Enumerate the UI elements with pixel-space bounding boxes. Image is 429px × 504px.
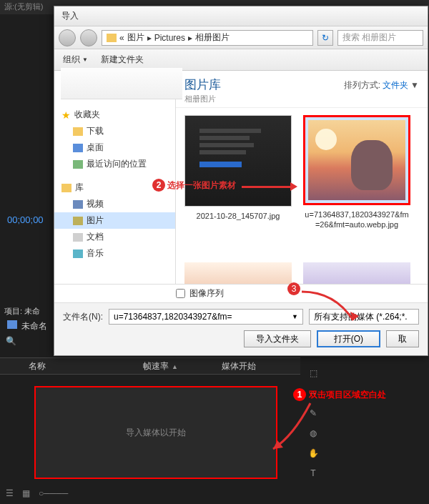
tool-pen-icon[interactable]: ✎: [310, 408, 317, 418]
annotation-1: 1双击项目区域空白处: [293, 388, 386, 401]
open-button[interactable]: 打开(O): [317, 330, 380, 347]
tree-desktop[interactable]: 桌面: [54, 139, 175, 156]
folder-icon: [107, 34, 117, 42]
media-drop-zone[interactable]: 导入媒体以开始: [34, 386, 277, 479]
file-thumb-2[interactable]: u=71364837,1820343927&fm=26&fmt=auto.web…: [303, 115, 410, 230]
image-sequence-row: 图像序列: [54, 284, 428, 302]
new-folder-button[interactable]: 新建文件夹: [101, 54, 144, 66]
nav-fwd-button[interactable]: [80, 29, 97, 46]
filename-label: 文件名(N):: [63, 311, 103, 323]
col-fps[interactable]: 帧速率▲: [143, 360, 222, 372]
import-folder-button[interactable]: 导入文件夹: [244, 330, 311, 347]
file-content-pane: 图片库 相册图片 排列方式: 文件夹 ▼ 2021-10-28_145707.j…: [176, 71, 428, 284]
file-thumb-3[interactable]: [184, 262, 292, 284]
picture-icon: [73, 217, 83, 225]
timecode: 00;00;00: [7, 214, 44, 225]
filetype-filter[interactable]: 所有支持的媒体 (*.264;*.: [309, 309, 419, 325]
tool-marquee-icon[interactable]: ⬚: [310, 368, 317, 378]
annotation-2: 2选择一张图片素材: [152, 179, 236, 192]
project-table-header: 名称 帧速率▲ 媒体开始: [0, 357, 300, 375]
col-start[interactable]: 媒体开始: [222, 360, 286, 372]
file-thumb-4[interactable]: [303, 262, 410, 284]
library-subtitle: 相册图片: [184, 94, 221, 104]
arrange-by[interactable]: 排列方式: 文件夹 ▼: [344, 79, 419, 92]
image-sequence-label: 图像序列: [189, 287, 224, 300]
tool-column: ⬚ ↔ ✎ ◍ ✋ T: [305, 368, 322, 478]
tool-type-icon[interactable]: T: [310, 468, 315, 478]
tree-documents[interactable]: 文档: [54, 229, 175, 245]
file-name-2: u=71364837,1820343927&fm=26&fmt=auto.web…: [303, 209, 410, 230]
tree-music[interactable]: 音乐: [54, 245, 175, 262]
file-name-1: 2021-10-28_145707.jpg: [184, 211, 292, 221]
image-sequence-checkbox[interactable]: [176, 289, 185, 298]
tree-favorites[interactable]: ★收藏夹: [54, 107, 175, 123]
cancel-button[interactable]: 取: [386, 330, 419, 347]
dialog-title: 导入: [54, 6, 428, 26]
project-footer-icons: ☰ ▦ ○────: [6, 488, 68, 498]
col-name[interactable]: 名称: [29, 360, 143, 372]
tool-hand-icon[interactable]: ✋: [308, 448, 319, 458]
project-name: 未命名: [21, 320, 47, 332]
filename-input[interactable]: u=71364837,1820343927&fm=▼: [109, 309, 303, 325]
video-icon: [73, 200, 83, 209]
document-icon: [73, 233, 83, 242]
sort-asc-icon: ▲: [172, 363, 178, 370]
library-icon: [61, 184, 72, 192]
music-icon: [73, 249, 83, 258]
zoom-slider[interactable]: ○────: [39, 488, 68, 498]
thumb-view-icon[interactable]: ▦: [22, 488, 30, 498]
nav-back-button[interactable]: [59, 29, 76, 46]
file-thumb-1[interactable]: 2021-10-28_145707.jpg: [184, 115, 292, 221]
tree-videos[interactable]: 视频: [54, 196, 175, 212]
star-icon: ★: [61, 109, 71, 121]
search-icon[interactable]: 🔍: [6, 336, 17, 347]
dialog-nav: « 图片▸ Pictures▸ 相册图片 ↻ 搜索 相册图片: [54, 26, 428, 49]
project-panel-label: 项目: 未命: [4, 306, 40, 317]
tool-ellipse-icon[interactable]: ◍: [310, 428, 317, 438]
list-view-icon[interactable]: ☰: [6, 488, 14, 498]
tree-downloads[interactable]: 下载: [54, 123, 175, 139]
breadcrumb[interactable]: « 图片▸ Pictures▸ 相册图片: [102, 30, 313, 46]
desktop-icon: [73, 144, 83, 152]
tree-recent[interactable]: 最近访问的位置: [54, 156, 175, 172]
tree-pictures[interactable]: 图片: [54, 212, 175, 229]
drop-hint: 导入媒体以开始: [126, 427, 186, 439]
tree-blank-header: [61, 68, 182, 99]
annotation-3: 3: [287, 282, 300, 295]
library-title: 图片库: [184, 76, 221, 93]
search-input[interactable]: 搜索 相册图片: [337, 30, 423, 46]
refresh-button[interactable]: ↻: [317, 30, 333, 46]
recent-icon: [73, 160, 83, 169]
project-icon: [7, 320, 17, 329]
folder-tree: ★收藏夹 下载 桌面 最近访问的位置 库 视频 图片 文档 音乐: [54, 71, 176, 284]
organize-button[interactable]: 组织▼: [63, 54, 88, 66]
download-icon: [73, 127, 83, 136]
import-dialog: 导入 « 图片▸ Pictures▸ 相册图片 ↻ 搜索 相册图片 组织▼ 新建…: [54, 6, 428, 356]
